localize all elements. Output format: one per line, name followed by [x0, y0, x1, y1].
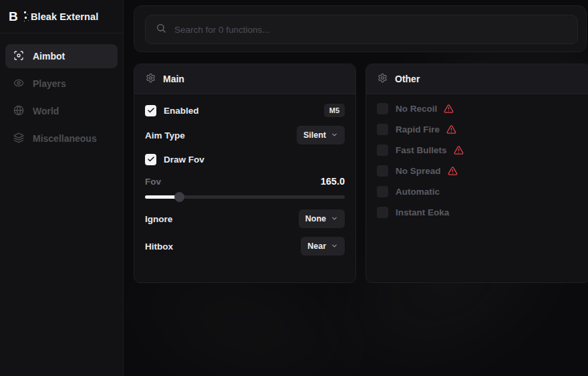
row-rapid-fire: Rapid Fire — [377, 123, 579, 135]
fov-label: Fov — [145, 177, 161, 187]
fov-value: 165.0 — [321, 176, 345, 187]
aim-type-label: Aim Type — [145, 130, 185, 140]
app-logo-icon: B — [9, 9, 22, 24]
instant-eoka-checkbox[interactable] — [377, 207, 388, 218]
fast-bullets-label: Fast Bullets — [396, 145, 447, 155]
row-instant-eoka: Instant Eoka — [377, 206, 579, 218]
enabled-keybind-badge[interactable]: M5 — [324, 104, 345, 117]
draw-fov-checkbox[interactable] — [145, 154, 156, 165]
topbar: Search for 0 functions... — [134, 5, 587, 52]
chevron-down-icon — [331, 240, 338, 252]
row-fov: Fov 165.0 — [145, 175, 345, 187]
warning-triangle-icon — [448, 166, 458, 176]
search-placeholder: Search for 0 functions... — [174, 25, 270, 35]
sidebar-item-world[interactable]: World — [5, 99, 118, 123]
ignore-value: None — [305, 214, 326, 223]
row-no-recoil: No Recoil — [377, 102, 579, 114]
app-title: Bleak External — [31, 11, 98, 22]
gear-icon — [146, 73, 156, 86]
app-logo-row: B Bleak External — [0, 0, 123, 33]
enabled-checkbox[interactable] — [145, 105, 156, 116]
sidebar-item-label: Miscellaneous — [33, 133, 97, 144]
row-no-spread: No Spread — [377, 165, 579, 177]
hitbox-value: Near — [307, 242, 326, 251]
instant-eoka-label: Instant Eoka — [396, 207, 449, 217]
panel-main-body: Enabled M5 Aim Type Silent Draw Fov Fov … — [134, 94, 355, 255]
row-aim-type: Aim Type Silent — [145, 126, 345, 144]
eye-icon — [13, 78, 24, 90]
aim-type-value: Silent — [303, 130, 326, 140]
ignore-dropdown[interactable]: None — [299, 209, 345, 228]
aimbot-crosshair-icon — [13, 50, 24, 63]
chevron-down-icon — [331, 213, 338, 225]
hitbox-label: Hitbox — [145, 242, 173, 252]
panel-other: Other No Recoil Rapid Fire Fast Bullets — [365, 64, 588, 283]
layers-icon — [13, 132, 24, 145]
panel-other-body: No Recoil Rapid Fire Fast Bullets No Spr… — [366, 94, 588, 218]
automatic-checkbox[interactable] — [377, 186, 388, 197]
row-ignore: Ignore None — [145, 210, 345, 227]
row-fov-slider — [145, 192, 345, 201]
warning-triangle-icon — [444, 104, 454, 114]
gear-icon — [378, 73, 388, 86]
warning-triangle-icon — [454, 145, 464, 155]
no-spread-checkbox[interactable] — [377, 165, 388, 177]
sidebar-item-miscellaneous[interactable]: Miscellaneous — [5, 126, 118, 151]
search-input[interactable]: Search for 0 functions... — [145, 15, 578, 44]
ignore-label: Ignore — [145, 214, 172, 224]
enabled-label: Enabled — [164, 106, 199, 116]
no-recoil-label: No Recoil — [396, 104, 437, 114]
sidebar-item-label: World — [33, 106, 59, 116]
fov-slider[interactable] — [145, 192, 345, 201]
row-draw-fov: Draw Fov — [145, 152, 345, 167]
fast-bullets-checkbox[interactable] — [377, 145, 388, 156]
hitbox-dropdown[interactable]: Near — [301, 237, 345, 256]
sidebar-item-label: Players — [33, 78, 66, 89]
sidebar-item-label: Aimbot — [33, 51, 65, 62]
panel-other-title: Other — [395, 74, 420, 84]
no-recoil-checkbox[interactable] — [377, 103, 388, 114]
fov-slider-thumb[interactable] — [174, 192, 184, 202]
rapid-fire-checkbox[interactable] — [377, 124, 388, 135]
panel-main-title: Main — [163, 74, 184, 84]
search-icon — [156, 23, 166, 36]
globe-icon — [13, 105, 24, 118]
automatic-label: Automatic — [396, 187, 440, 197]
panel-other-header: Other — [366, 64, 588, 94]
row-automatic: Automatic — [377, 185, 579, 197]
sidebar-nav: Aimbot Players World Miscellaneous — [0, 33, 123, 151]
row-fast-bullets: Fast Bullets — [377, 144, 579, 156]
row-enabled: Enabled M5 — [145, 102, 345, 118]
sidebar-item-players[interactable]: Players — [5, 72, 118, 96]
aim-type-dropdown[interactable]: Silent — [297, 126, 345, 145]
sidebar: B Bleak External Aimbot Players World M — [0, 0, 124, 376]
draw-fov-label: Draw Fov — [164, 155, 204, 165]
panel-main: Main Enabled M5 Aim Type Silent — [134, 64, 356, 283]
row-hitbox: Hitbox Near — [145, 238, 345, 255]
warning-triangle-icon — [446, 124, 456, 134]
sidebar-item-aimbot[interactable]: Aimbot — [5, 44, 118, 68]
panel-main-header: Main — [134, 64, 355, 94]
no-spread-label: No Spread — [396, 166, 441, 176]
chevron-down-icon — [331, 129, 338, 141]
rapid-fire-label: Rapid Fire — [396, 124, 440, 134]
